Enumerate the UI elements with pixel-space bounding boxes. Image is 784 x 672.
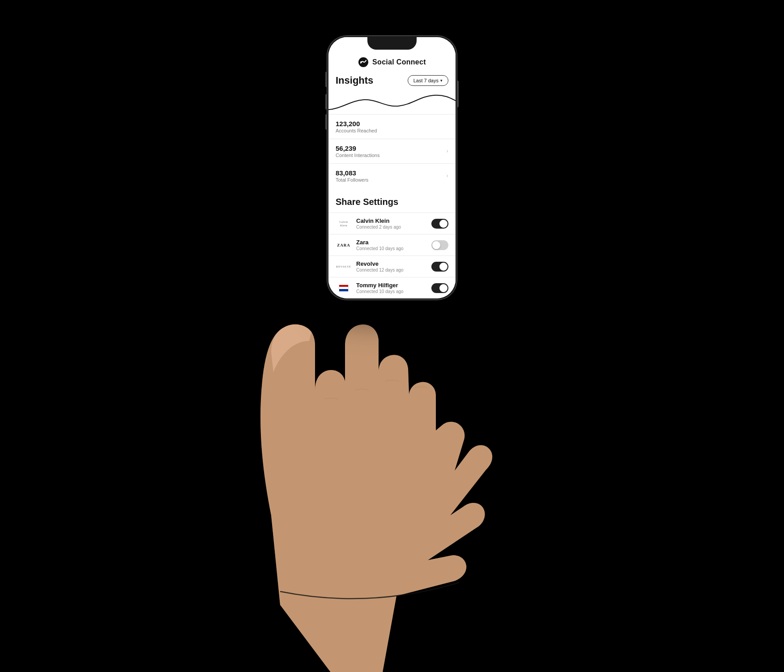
insights-chart <box>328 92 456 114</box>
stat-followers-label: Total Followers <box>336 177 368 183</box>
app-header: Social Connect <box>328 53 456 73</box>
chevron-down-icon: ▾ <box>440 78 443 83</box>
toggle-knob-zara <box>432 241 440 249</box>
tommy-hilfiger-info: Tommy Hilfiger Connected 10 days ago <box>356 282 427 294</box>
calvin-klein-logo: CalvinKlein <box>336 218 352 230</box>
revolve-logo: REVOLVE <box>336 261 352 272</box>
tommy-hilfiger-name: Tommy Hilfiger <box>356 282 427 289</box>
brand-item-calvin-klein: CalvinKlein Calvin Klein Connected 2 day… <box>328 213 456 234</box>
period-selector-button[interactable]: Last 7 days ▾ <box>408 75 448 86</box>
calvin-klein-status: Connected 2 days ago <box>356 225 427 230</box>
phone-device: Social Connect Insights Last 7 days ▾ <box>327 36 457 300</box>
calvin-klein-toggle[interactable] <box>431 219 448 229</box>
stats-list: 123,200 Accounts Reached 56,239 Content … <box>328 114 456 188</box>
stat-followers-info: 83,083 Total Followers <box>336 169 368 183</box>
app-screen[interactable]: Social Connect Insights Last 7 days ▾ <box>328 37 456 298</box>
phone-notch <box>367 37 417 50</box>
stat-content-label: Content Interactions <box>336 153 379 158</box>
revolve-status: Connected 12 days ago <box>356 268 427 272</box>
toggle-knob <box>439 220 447 228</box>
stat-content-value: 56,239 <box>336 145 379 152</box>
share-settings-header: Share Settings <box>328 188 456 213</box>
revolve-logo-text: REVOLVE <box>336 265 351 268</box>
revolve-toggle[interactable] <box>431 262 448 272</box>
tommy-hilfiger-status: Connected 10 days ago <box>356 289 427 294</box>
zara-toggle[interactable] <box>431 240 448 250</box>
zara-status: Connected 10 days ago <box>356 246 427 251</box>
tommy-flag-blue <box>339 289 348 291</box>
stat-accounts-label: Accounts Reached <box>336 128 377 133</box>
zara-name: Zara <box>356 239 427 246</box>
stat-accounts-info: 123,200 Accounts Reached <box>336 120 377 133</box>
phone-scene: Social Connect Insights Last 7 days ▾ <box>327 36 457 300</box>
stat-content-info: 56,239 Content Interactions <box>336 145 379 158</box>
svg-point-1 <box>360 61 362 63</box>
insights-header: Insights Last 7 days ▾ <box>328 73 456 92</box>
brand-item-zara: ZARA Zara Connected 10 days ago <box>328 234 456 255</box>
zara-logo: ZARA <box>336 239 352 251</box>
calvin-klein-name: Calvin Klein <box>356 217 427 224</box>
share-settings-title: Share Settings <box>336 197 398 207</box>
stat-followers-value: 83,083 <box>336 169 368 177</box>
stat-content-interactions[interactable]: 56,239 Content Interactions › <box>328 139 456 163</box>
calvin-klein-logo-text: CalvinKlein <box>339 220 348 227</box>
stat-total-followers[interactable]: 83,083 Total Followers › <box>328 163 456 188</box>
tommy-hilfiger-toggle[interactable] <box>431 283 448 293</box>
tommy-flag-icon <box>339 285 349 292</box>
zara-logo-text: ZARA <box>337 243 350 247</box>
chevron-right-icon: › <box>446 148 448 155</box>
calvin-klein-info: Calvin Klein Connected 2 days ago <box>356 217 427 230</box>
insights-title: Insights <box>336 75 373 86</box>
brand-list: CalvinKlein Calvin Klein Connected 2 day… <box>328 213 456 298</box>
scene-wrapper: Social Connect Insights Last 7 days ▾ <box>0 0 784 672</box>
phone-screen: Social Connect Insights Last 7 days ▾ <box>328 37 456 298</box>
toggle-knob-revolve <box>439 263 447 271</box>
app-logo-icon <box>358 57 369 68</box>
revolve-name: Revolve <box>356 260 427 267</box>
chevron-right-icon-2: › <box>446 172 448 179</box>
tommy-hilfiger-logo <box>336 282 352 294</box>
toggle-knob-tommy <box>439 284 447 292</box>
stat-accounts-reached[interactable]: 123,200 Accounts Reached <box>328 114 456 139</box>
brand-item-tommy-hilfiger: Tommy Hilfiger Connected 10 days ago <box>328 277 456 298</box>
revolve-info: Revolve Connected 12 days ago <box>356 260 427 272</box>
stat-accounts-value: 123,200 <box>336 120 377 128</box>
app-title-text: Social Connect <box>372 58 426 66</box>
brand-item-revolve: REVOLVE Revolve Connected 12 days ago <box>328 255 456 277</box>
period-label: Last 7 days <box>413 78 439 83</box>
zara-info: Zara Connected 10 days ago <box>356 239 427 251</box>
